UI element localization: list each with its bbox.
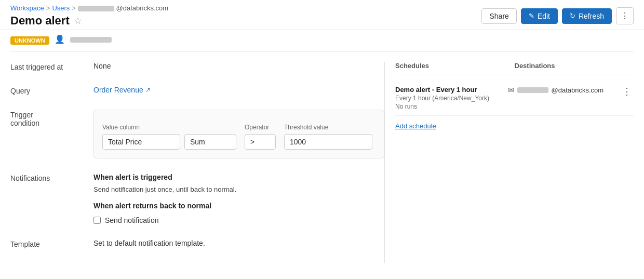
breadcrumb-sep2: > <box>72 4 76 12</box>
edit-icon: ✎ <box>529 12 534 20</box>
breadcrumb-users[interactable]: Users <box>52 4 70 12</box>
template-value: Set to default notification template. <box>93 239 384 247</box>
email-blur <box>517 87 548 93</box>
threshold-group: Threshold value <box>284 124 372 150</box>
notifications-value: When alert is triggered Send notificatio… <box>93 173 384 224</box>
schedules-header: Schedules Destinations <box>395 62 634 74</box>
notifications-label: Notifications <box>10 173 93 182</box>
dest-email: @databricks.com <box>552 86 604 94</box>
schedule-sub2: No runs <box>395 103 508 110</box>
page-header: Workspace > Users > @databricks.com Demo… <box>0 0 644 30</box>
query-row: Query Order Revenue ↗ <box>10 86 384 95</box>
breadcrumb-workspace[interactable]: Workspace <box>10 4 44 12</box>
trigger-label: Trigger condition <box>10 110 93 127</box>
value-column-group: Value column <box>102 124 236 150</box>
send-notification-row: Send notification <box>93 216 384 224</box>
right-panel: Schedules Destinations Demo alert - Ever… <box>384 62 634 263</box>
query-label: Query <box>10 86 93 95</box>
when-triggered-heading: When alert is triggered <box>93 173 384 181</box>
schedule-item: Demo alert - Every 1 hour Every 1 hour (… <box>395 81 634 116</box>
destinations-col: Destinations <box>515 62 634 74</box>
left-panel: Last triggered at None Query Order Reven… <box>10 62 384 263</box>
refresh-icon: ↻ <box>570 12 575 20</box>
value-column-label: Value column <box>102 124 236 131</box>
notifications-row: Notifications When alert is triggered Se… <box>10 173 384 224</box>
send-notification-label: Send notification <box>105 216 159 224</box>
query-value: Order Revenue ↗ <box>93 86 384 94</box>
meta-username <box>70 35 112 43</box>
last-triggered-value: None <box>93 62 384 70</box>
trigger-value: Value column Operator Threshold value <box>93 110 384 158</box>
page-title: Demo alert <box>10 14 70 28</box>
refresh-button[interactable]: ↻ Refresh <box>562 8 612 24</box>
breadcrumb-sep1: > <box>46 4 50 12</box>
when-back-heading: When alert returns back to normal <box>93 202 384 210</box>
share-button[interactable]: Share <box>481 8 516 24</box>
breadcrumb: Workspace > Users > @databricks.com <box>10 4 481 12</box>
trigger-fields: Value column Operator Threshold value <box>102 124 375 150</box>
schedule-title: Demo alert - Every 1 hour <box>395 86 508 94</box>
more-button[interactable]: ⋮ <box>616 7 634 24</box>
schedule-info: Demo alert - Every 1 hour Every 1 hour (… <box>395 86 508 110</box>
breadcrumb-email: @databricks.com <box>116 4 169 12</box>
last-triggered-row: Last triggered at None <box>10 62 384 71</box>
title-row: Demo alert ☆ <box>10 14 481 28</box>
edit-button[interactable]: ✎ Edit <box>521 8 558 24</box>
add-schedule-link[interactable]: Add schedule <box>395 122 436 130</box>
threshold-input[interactable] <box>284 134 372 150</box>
value-column-agg-input[interactable] <box>184 134 236 150</box>
breadcrumb-username: @databricks.com <box>78 4 168 12</box>
operator-label: Operator <box>245 124 276 131</box>
trigger-condition-row: Trigger condition Value column Operator <box>10 110 384 158</box>
operator-input[interactable] <box>245 134 276 150</box>
header-left: Workspace > Users > @databricks.com Demo… <box>10 4 481 28</box>
operator-group: Operator <box>245 124 276 150</box>
trigger-box: Value column Operator Threshold value <box>93 110 384 158</box>
star-icon[interactable]: ☆ <box>74 15 82 26</box>
email-icon: ✉ <box>508 86 514 94</box>
status-badge: UNKNOWN <box>10 36 49 45</box>
template-label: Template <box>10 239 93 248</box>
when-triggered-text: Send notification just once, until back … <box>93 185 384 193</box>
schedule-dest: ✉ @databricks.com <box>508 86 621 94</box>
header-actions: Share ✎ Edit ↻ Refresh ⋮ <box>481 7 634 24</box>
last-triggered-label: Last triggered at <box>10 62 93 71</box>
schedules-col: Schedules <box>395 62 515 74</box>
external-link-icon: ↗ <box>145 86 151 94</box>
schedule-more-button[interactable]: ⋮ <box>620 86 634 97</box>
value-column-input[interactable] <box>102 134 180 150</box>
main-content: Last triggered at None Query Order Reven… <box>0 51 644 273</box>
query-link[interactable]: Order Revenue ↗ <box>93 86 384 94</box>
meta-row: UNKNOWN 👤 <box>0 30 644 45</box>
schedule-sub1: Every 1 hour (America/New_York) <box>395 95 508 102</box>
user-icon: 👤 <box>55 34 65 44</box>
send-notification-checkbox[interactable] <box>93 217 101 224</box>
template-row: Template Set to default notification tem… <box>10 239 384 248</box>
threshold-label: Threshold value <box>284 124 372 131</box>
notifications-section: When alert is triggered Send notificatio… <box>93 173 384 224</box>
